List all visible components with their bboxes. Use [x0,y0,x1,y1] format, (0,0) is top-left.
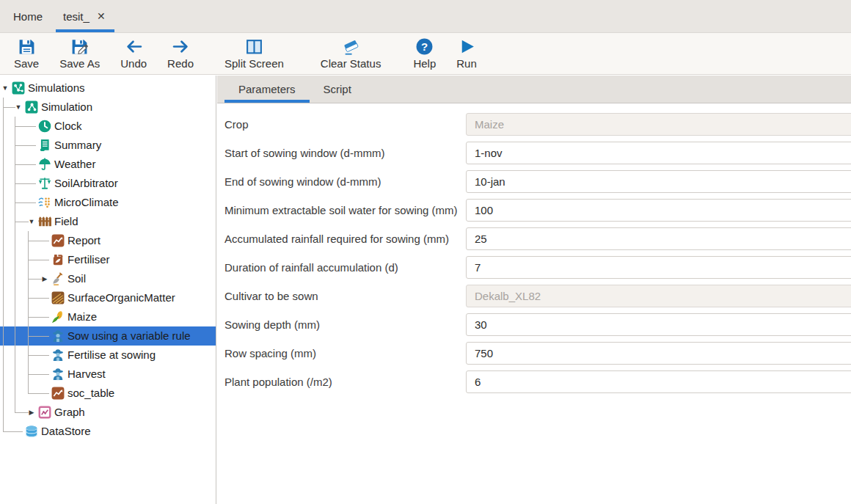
tree-connector-line [28,260,49,260]
tree-item-graph[interactable]: ▶Graph [0,403,216,422]
window-tab-home[interactable]: Home [3,0,53,32]
weather-icon [38,158,51,171]
tree-item-datastore[interactable]: DataStore [0,422,216,441]
tree-item-simulations[interactable]: ▼Simulations [0,78,216,98]
tree-connector-line [28,241,49,241]
crop-field [466,113,851,136]
tree-connector-line [15,202,36,203]
clear-status-icon [342,37,360,56]
tree-item-fertilise-at-sowing[interactable]: Fertilise at sowing [0,346,216,365]
svg-text:?: ? [421,40,428,53]
simulations-icon [12,81,25,95]
toolbar-button-label: Split Screen [224,57,284,70]
toolbar-button-label: Run [456,57,477,70]
sowing-depth-mm-field[interactable] [466,313,851,336]
tree-connector-line [28,355,49,356]
end-of-sowing-window-d-mmm-field[interactable] [466,170,851,193]
save-as-button[interactable]: Save As [49,35,110,72]
tree-item-summary[interactable]: Summary [0,136,216,155]
farmer-icon [51,348,65,362]
main-area: ▼Simulations▼SimulationClockSummaryWeath… [0,76,851,504]
tree-item-fertiliser[interactable]: Fertiliser [0,250,216,269]
tree-item-microclimate[interactable]: MicroClimate [0,193,216,212]
graph-icon [38,406,51,419]
field-label: Crop [224,110,249,139]
tree-item-label: DataStore [41,422,91,441]
tree-item-report[interactable]: Report [0,231,216,250]
tree-item-label: Soil [67,269,86,288]
tree-item-surfaceorganicmatter[interactable]: SurfaceOrganicMatter [0,288,216,307]
toolbar-button-label: Save As [59,57,100,70]
form-row: Sowing depth (mm) [217,310,851,339]
tree-item-label: Clock [54,117,82,136]
help-icon: ? [415,37,434,56]
redo-button[interactable]: Redo [157,35,204,72]
row-spacing-mm-field[interactable] [466,342,851,365]
tree-item-label: Weather [54,155,95,174]
redo-icon [172,37,190,56]
tree-item-soc-table[interactable]: soc_table [0,384,216,403]
help-button[interactable]: ?Help [403,35,446,72]
tree-item-sow-using-a-variable-rule[interactable]: Sow using a variable rule [0,326,216,346]
tree-connector-line [15,164,36,165]
clear-status-button[interactable]: Clear Status [310,35,392,72]
tree-item-field[interactable]: ▼Field [0,212,216,231]
window-tab-label: tesit_ [63,10,90,23]
expander-open-icon[interactable]: ▼ [0,78,10,98]
form-row: Duration of rainfall accumulation (d) [217,253,851,282]
window-tab-bar: Hometesit_✕ [0,0,851,33]
window-tab-tesit[interactable]: tesit_✕ [53,0,116,32]
tree-item-harvest[interactable]: Harvest [0,365,216,384]
clock-icon [38,120,51,133]
tree-item-clock[interactable]: Clock [0,117,216,136]
undo-icon [125,37,143,56]
tab-parameters[interactable]: Parameters [224,76,310,103]
expander-closed-icon[interactable]: ▶ [26,403,37,422]
form-row: Crop [217,110,851,139]
tree-item-soil[interactable]: ▶Soil [0,269,216,288]
field-label: Cultivar to be sown [224,282,318,310]
tree-connector-line [28,336,49,337]
start-of-sowing-window-d-mmm-field[interactable] [466,142,851,164]
field-label: Start of sowing window (d-mmm) [224,139,384,167]
tree-item-soilarbitrator[interactable]: SoilArbitrator [0,174,216,193]
run-button[interactable]: Run [446,35,487,72]
farmer-icon [51,368,65,381]
tab-script[interactable]: Script [310,76,365,103]
tree-item-label: Simulations [28,78,85,98]
field-icon [38,215,51,228]
tree-connector-line [28,374,49,375]
window-tab-label: Home [13,10,43,23]
tree-item-simulation[interactable]: ▼Simulation [0,98,216,117]
save-icon [18,37,36,56]
tree-item-weather[interactable]: Weather [0,155,216,174]
tree-connector-line [28,298,49,299]
detail-tab-strip: ParametersScript [217,76,851,103]
main-toolbar: SaveSave AsUndoRedoSplit ScreenClear Sta… [0,33,851,75]
form-row: Plant population (/m2) [217,368,851,396]
tree-connector-line [28,317,49,318]
plant-population-m2-field[interactable] [466,370,851,393]
close-tab-icon[interactable]: ✕ [97,11,106,21]
simulation-tree: ▼Simulations▼SimulationClockSummaryWeath… [0,76,216,441]
expander-closed-icon[interactable]: ▶ [40,269,50,288]
save-as-icon [70,37,89,56]
tree-item-maize[interactable]: Maize [0,307,216,326]
toolbar-button-label: Redo [167,57,194,70]
tree-item-label: Report [67,231,101,250]
toolbar-button-label: Clear Status [321,57,381,70]
field-label: Row spacing (mm) [224,339,316,368]
accumulated-rainfall-required-for-sowing-mm-field[interactable] [466,227,851,250]
undo-button[interactable]: Undo [110,35,157,72]
split-screen-button[interactable]: Split Screen [214,35,294,72]
tree-item-label: soc_table [67,384,114,403]
expander-open-icon[interactable]: ▼ [13,98,23,117]
tree-item-label: SoilArbitrator [54,174,118,193]
tree-guide-line [28,231,29,393]
field-label: Accumulated rainfall required for sowing… [224,224,449,253]
tree-guide-line [3,98,4,431]
expander-open-icon[interactable]: ▼ [26,212,37,231]
minimum-extractable-soil-water-for-sowing-mm-field[interactable] [466,199,851,222]
duration-of-rainfall-accumulation-d-field[interactable] [466,256,851,279]
save-button[interactable]: Save [4,35,49,72]
